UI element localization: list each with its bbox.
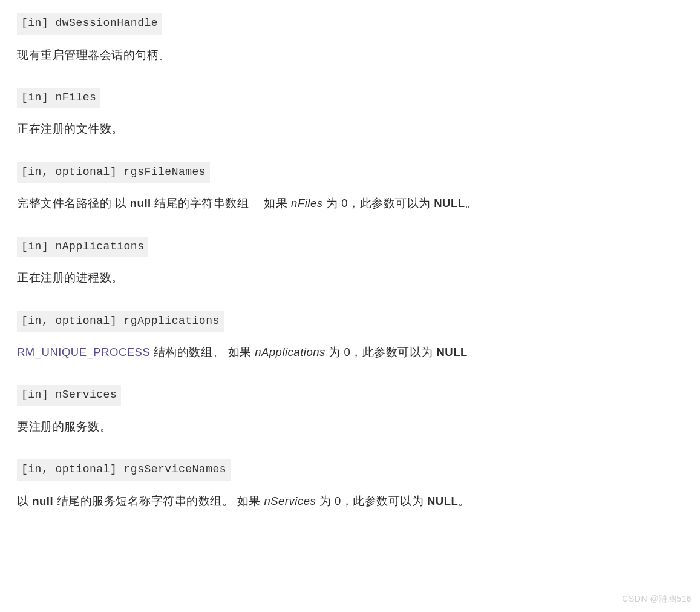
desc-bold: NULL (427, 495, 458, 507)
param-description: 现有重启管理器会话的句柄。 (17, 45, 513, 65)
param-head: [in] nFiles (17, 88, 100, 109)
param-head: [in, optional] rgApplications (17, 311, 224, 332)
desc-italic: nApplications (255, 346, 325, 358)
desc-bold: null (32, 495, 53, 507)
desc-text: 为 0，此参数可以为 (322, 197, 434, 209)
desc-plink: RM_UNIQUE_PROCESS (17, 346, 150, 358)
param-description: 以 null 结尾的服务短名称字符串的数组。 如果 nServices 为 0，… (17, 492, 513, 511)
desc-text: 结尾的字符串数组。 如果 (151, 197, 291, 209)
parameter-list: [in] dwSessionHandle现有重启管理器会话的句柄。[in] nF… (17, 12, 683, 511)
desc-text: 现有重启管理器会话的句柄。 (17, 48, 171, 61)
desc-bold: null (130, 197, 151, 209)
param-description: RM_UNIQUE_PROCESS 结构的数组。 如果 nApplication… (17, 343, 513, 362)
desc-italic: nFiles (291, 197, 322, 209)
desc-text: 完整文件名路径的 以 (17, 197, 130, 209)
desc-text: 为 0，此参数可以为 (325, 346, 437, 358)
param-head: [in, optional] rgsFileNames (17, 162, 210, 183)
param-head: [in, optional] rgsServiceNames (17, 459, 231, 481)
desc-text: 结构的数组。 如果 (150, 346, 255, 358)
desc-text: 正在注册的文件数。 (17, 122, 123, 135)
param-head: [in] nApplications (17, 237, 148, 258)
desc-text: 以 (17, 495, 32, 507)
desc-text: 结尾的服务短名称字符串的数组。 如果 (53, 495, 264, 507)
param-description: 完整文件名路径的 以 null 结尾的字符串数组。 如果 nFiles 为 0，… (17, 194, 513, 213)
param-description: 要注册的服务数。 (17, 417, 513, 436)
param-description: 正在注册的进程数。 (17, 268, 513, 288)
desc-text: 。 (468, 346, 480, 358)
desc-bold: NULL (436, 346, 467, 358)
desc-text: 要注册的服务数。 (17, 420, 111, 433)
desc-text: 。 (458, 495, 470, 507)
param-description: 正在注册的文件数。 (17, 119, 513, 139)
desc-text: 正在注册的进程数。 (17, 271, 123, 284)
desc-bold: NULL (434, 197, 465, 209)
param-head: [in] dwSessionHandle (17, 13, 162, 35)
desc-italic: nServices (264, 495, 316, 507)
desc-text: 为 0，此参数可以为 (316, 495, 427, 507)
desc-text: 。 (465, 197, 477, 209)
param-head: [in] nServices (17, 385, 121, 406)
